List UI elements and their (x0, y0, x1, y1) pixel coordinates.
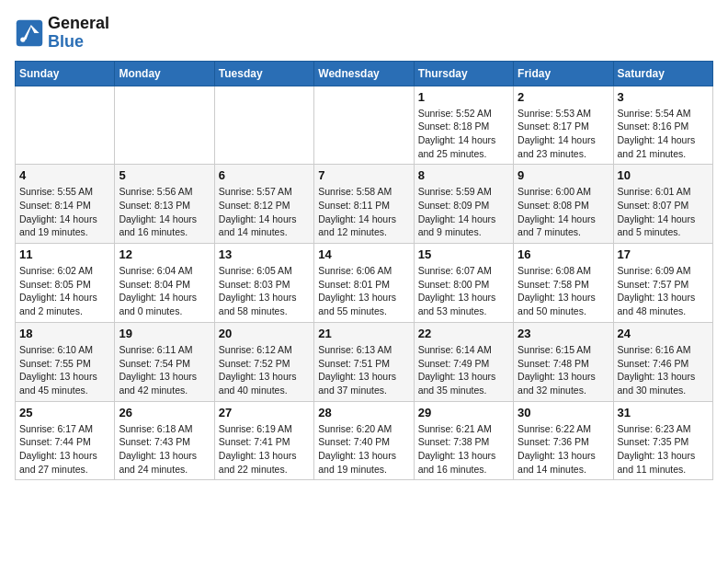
day-number: 29 (418, 406, 509, 419)
calendar-cell: 17Sunrise: 6:09 AM Sunset: 7:57 PM Dayli… (613, 244, 712, 323)
day-number: 25 (19, 406, 110, 419)
calendar-cell: 13Sunrise: 6:05 AM Sunset: 8:03 PM Dayli… (214, 244, 313, 323)
calendar-cell (115, 86, 214, 165)
calendar-cell: 22Sunrise: 6:14 AM Sunset: 7:49 PM Dayli… (414, 322, 513, 401)
day-info: Sunrise: 6:21 AM Sunset: 7:38 PM Dayligh… (418, 422, 509, 477)
day-info: Sunrise: 5:59 AM Sunset: 8:09 PM Dayligh… (418, 185, 509, 239)
day-info: Sunrise: 6:01 AM Sunset: 8:07 PM Dayligh… (618, 185, 709, 239)
day-number: 23 (518, 327, 609, 340)
day-info: Sunrise: 6:09 AM Sunset: 7:57 PM Dayligh… (618, 264, 709, 318)
day-info: Sunrise: 5:58 AM Sunset: 8:11 PM Dayligh… (318, 185, 409, 239)
day-number: 26 (119, 406, 210, 419)
calendar-cell: 6Sunrise: 5:57 AM Sunset: 8:12 PM Daylig… (214, 165, 313, 244)
day-info: Sunrise: 5:53 AM Sunset: 8:17 PM Dayligh… (518, 107, 609, 161)
day-number: 10 (618, 168, 709, 182)
calendar-cell (214, 86, 313, 165)
logo: General Blue (15, 15, 109, 52)
col-header-monday: Monday (115, 61, 214, 86)
calendar-cell: 15Sunrise: 6:07 AM Sunset: 8:00 PM Dayli… (414, 244, 513, 323)
day-number: 5 (119, 168, 210, 182)
day-info: Sunrise: 6:10 AM Sunset: 7:55 PM Dayligh… (19, 343, 110, 397)
col-header-sunday: Sunday (16, 61, 115, 86)
day-number: 7 (318, 168, 409, 182)
calendar-cell: 19Sunrise: 6:11 AM Sunset: 7:54 PM Dayli… (115, 322, 214, 401)
calendar-cell: 18Sunrise: 6:10 AM Sunset: 7:55 PM Dayli… (16, 322, 115, 401)
day-info: Sunrise: 6:15 AM Sunset: 7:48 PM Dayligh… (518, 343, 609, 397)
calendar-cell: 7Sunrise: 5:58 AM Sunset: 8:11 PM Daylig… (314, 165, 414, 244)
day-info: Sunrise: 6:14 AM Sunset: 7:49 PM Dayligh… (418, 343, 509, 397)
calendar-cell: 23Sunrise: 6:15 AM Sunset: 7:48 PM Dayli… (514, 322, 613, 401)
calendar-week-2: 4Sunrise: 5:55 AM Sunset: 8:14 PM Daylig… (16, 165, 713, 244)
calendar-cell: 30Sunrise: 6:22 AM Sunset: 7:36 PM Dayli… (514, 401, 613, 480)
day-info: Sunrise: 6:06 AM Sunset: 8:01 PM Dayligh… (318, 264, 409, 318)
calendar-cell: 5Sunrise: 5:56 AM Sunset: 8:13 PM Daylig… (115, 165, 214, 244)
page-header: General Blue (15, 15, 713, 52)
day-info: Sunrise: 6:11 AM Sunset: 7:54 PM Dayligh… (119, 343, 210, 397)
day-info: Sunrise: 6:16 AM Sunset: 7:46 PM Dayligh… (618, 343, 709, 397)
svg-point-2 (20, 37, 25, 41)
day-info: Sunrise: 6:19 AM Sunset: 7:41 PM Dayligh… (219, 422, 310, 477)
day-number: 9 (518, 168, 609, 182)
day-info: Sunrise: 6:23 AM Sunset: 7:35 PM Dayligh… (618, 422, 709, 477)
day-number: 3 (618, 90, 709, 104)
day-info: Sunrise: 5:52 AM Sunset: 8:18 PM Dayligh… (418, 107, 509, 161)
col-header-wednesday: Wednesday (314, 61, 414, 86)
day-info: Sunrise: 5:56 AM Sunset: 8:13 PM Dayligh… (119, 185, 210, 239)
col-header-friday: Friday (514, 61, 613, 86)
calendar-cell: 12Sunrise: 6:04 AM Sunset: 8:04 PM Dayli… (115, 244, 214, 323)
calendar-cell: 29Sunrise: 6:21 AM Sunset: 7:38 PM Dayli… (414, 401, 513, 480)
day-info: Sunrise: 6:00 AM Sunset: 8:08 PM Dayligh… (518, 185, 609, 239)
day-number: 2 (518, 90, 609, 104)
col-header-tuesday: Tuesday (214, 61, 313, 86)
day-number: 15 (418, 247, 509, 261)
col-header-thursday: Thursday (414, 61, 513, 86)
day-number: 31 (618, 406, 709, 419)
day-number: 18 (19, 327, 110, 340)
calendar-cell: 10Sunrise: 6:01 AM Sunset: 8:07 PM Dayli… (613, 165, 712, 244)
day-number: 4 (19, 168, 110, 182)
calendar-cell: 27Sunrise: 6:19 AM Sunset: 7:41 PM Dayli… (214, 401, 313, 480)
calendar-cell (314, 86, 414, 165)
day-number: 21 (318, 327, 409, 340)
day-info: Sunrise: 6:18 AM Sunset: 7:43 PM Dayligh… (119, 422, 210, 477)
calendar-cell: 1Sunrise: 5:52 AM Sunset: 8:18 PM Daylig… (414, 86, 513, 165)
day-number: 11 (19, 247, 110, 261)
calendar-cell: 2Sunrise: 5:53 AM Sunset: 8:17 PM Daylig… (514, 86, 613, 165)
calendar-week-1: 1Sunrise: 5:52 AM Sunset: 8:18 PM Daylig… (16, 86, 713, 165)
day-info: Sunrise: 6:13 AM Sunset: 7:51 PM Dayligh… (318, 343, 409, 397)
calendar-cell: 26Sunrise: 6:18 AM Sunset: 7:43 PM Dayli… (115, 401, 214, 480)
day-info: Sunrise: 5:55 AM Sunset: 8:14 PM Dayligh… (19, 185, 110, 239)
day-info: Sunrise: 6:08 AM Sunset: 7:58 PM Dayligh… (518, 264, 609, 318)
day-info: Sunrise: 6:07 AM Sunset: 8:00 PM Dayligh… (418, 264, 509, 318)
day-number: 14 (318, 247, 409, 261)
day-info: Sunrise: 5:57 AM Sunset: 8:12 PM Dayligh… (219, 185, 310, 239)
calendar-cell: 31Sunrise: 6:23 AM Sunset: 7:35 PM Dayli… (613, 401, 712, 480)
calendar-cell: 20Sunrise: 6:12 AM Sunset: 7:52 PM Dayli… (214, 322, 313, 401)
day-number: 19 (119, 327, 210, 340)
day-info: Sunrise: 5:54 AM Sunset: 8:16 PM Dayligh… (618, 107, 709, 161)
day-number: 30 (518, 406, 609, 419)
calendar-cell: 25Sunrise: 6:17 AM Sunset: 7:44 PM Dayli… (16, 401, 115, 480)
calendar-cell (16, 86, 115, 165)
day-info: Sunrise: 6:05 AM Sunset: 8:03 PM Dayligh… (219, 264, 310, 318)
day-number: 27 (219, 406, 310, 419)
calendar-cell: 9Sunrise: 6:00 AM Sunset: 8:08 PM Daylig… (514, 165, 613, 244)
day-number: 28 (318, 406, 409, 419)
calendar-cell: 24Sunrise: 6:16 AM Sunset: 7:46 PM Dayli… (613, 322, 712, 401)
calendar-cell: 16Sunrise: 6:08 AM Sunset: 7:58 PM Dayli… (514, 244, 613, 323)
calendar-cell: 14Sunrise: 6:06 AM Sunset: 8:01 PM Dayli… (314, 244, 414, 323)
day-number: 8 (418, 168, 509, 182)
day-number: 17 (618, 247, 709, 261)
day-number: 12 (119, 247, 210, 261)
day-number: 1 (418, 90, 509, 104)
day-number: 13 (219, 247, 310, 261)
day-info: Sunrise: 6:20 AM Sunset: 7:40 PM Dayligh… (318, 422, 409, 477)
day-number: 20 (219, 327, 310, 340)
col-header-saturday: Saturday (613, 61, 712, 86)
calendar-week-4: 18Sunrise: 6:10 AM Sunset: 7:55 PM Dayli… (16, 322, 713, 401)
logo-icon (15, 18, 44, 48)
day-number: 24 (618, 327, 709, 340)
day-info: Sunrise: 6:12 AM Sunset: 7:52 PM Dayligh… (219, 343, 310, 397)
calendar-cell: 3Sunrise: 5:54 AM Sunset: 8:16 PM Daylig… (613, 86, 712, 165)
calendar-week-5: 25Sunrise: 6:17 AM Sunset: 7:44 PM Dayli… (16, 401, 713, 480)
